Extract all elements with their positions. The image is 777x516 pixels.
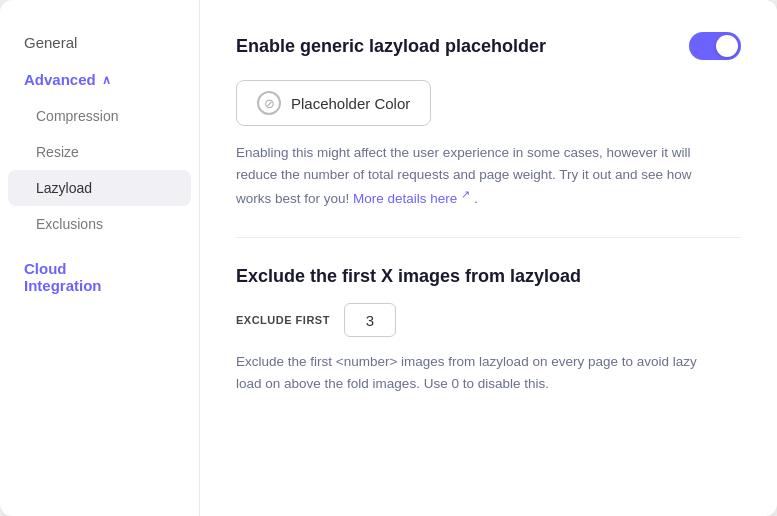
sidebar-item-exclusions[interactable]: Exclusions [0,206,199,242]
section1-header: Enable generic lazyload placeholder [236,32,741,60]
section2-description: Exclude the first <number> images from l… [236,351,716,394]
placeholder-color-button[interactable]: ⊘ Placeholder Color [236,80,431,126]
exclude-label: EXCLUDE FIRST [236,314,330,326]
exclude-row: EXCLUDE FIRST [236,303,741,337]
sidebar-item-cloud[interactable]: Cloud Integration [0,250,199,304]
section1-title: Enable generic lazyload placeholder [236,36,546,57]
toggle-thumb [716,35,738,57]
settings-card: General Advanced ∧ Compression Resize La… [0,0,777,516]
chevron-up-icon: ∧ [102,73,111,87]
sidebar-item-advanced[interactable]: Advanced ∧ [0,61,199,98]
section1-description: Enabling this might affect the user expe… [236,142,716,209]
sidebar-item-compression[interactable]: Compression [0,98,199,134]
lazyload-toggle[interactable] [689,32,741,60]
exclude-input[interactable] [344,303,396,337]
sidebar: General Advanced ∧ Compression Resize La… [0,0,200,516]
more-details-link[interactable]: More details here ↗ [353,191,474,206]
section-divider [236,237,741,238]
sidebar-item-lazyload[interactable]: Lazyload [8,170,191,206]
sidebar-item-general[interactable]: General [0,24,199,61]
color-swatch-icon: ⊘ [257,91,281,115]
link-suffix: . [474,191,478,206]
sidebar-item-resize[interactable]: Resize [0,134,199,170]
section2-title: Exclude the first X images from lazyload [236,266,741,287]
color-button-label: Placeholder Color [291,95,410,112]
main-content: Enable generic lazyload placeholder ⊘ Pl… [200,0,777,516]
advanced-label: Advanced [24,71,96,88]
external-link-icon: ↗ [461,187,470,199]
